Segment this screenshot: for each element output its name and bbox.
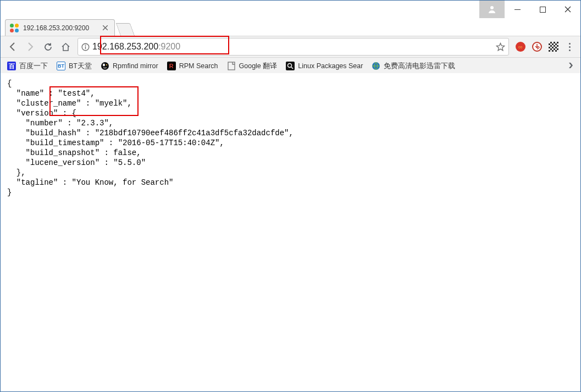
json-response: { "name" : "test4", "cluster_name" : "my… xyxy=(1,73,580,203)
reload-button[interactable] xyxy=(39,38,57,56)
adblock-icon xyxy=(532,42,542,52)
bookmark-label: 百度一下 xyxy=(19,62,48,71)
page-content: { "name" : "test4", "cluster_name" : "my… xyxy=(1,73,580,391)
bookmark-label: 免费高清电影迅雷下载 xyxy=(384,62,455,71)
bookmark-icon xyxy=(101,62,109,70)
home-button[interactable] xyxy=(57,38,74,56)
svg-line-15 xyxy=(291,67,293,69)
url-text: 192.168.253.200:9200 xyxy=(92,42,492,52)
back-arrow-icon xyxy=(8,42,18,52)
json-version-number: 2.3.3 xyxy=(81,119,104,128)
forward-arrow-icon xyxy=(25,42,35,52)
star-icon xyxy=(496,42,505,52)
bookmark-label: BT天堂 xyxy=(69,62,92,71)
info-icon xyxy=(81,43,90,51)
bookmark-icon: BT xyxy=(57,62,65,70)
bookmark-item[interactable]: Linux Packages Sear xyxy=(281,59,367,73)
bookmark-icon: R xyxy=(167,62,176,70)
svg-rect-13 xyxy=(228,62,235,70)
forward-button[interactable] xyxy=(21,38,39,56)
close-icon xyxy=(565,6,571,13)
svg-point-14 xyxy=(288,64,292,68)
close-icon xyxy=(103,25,108,30)
reload-icon xyxy=(43,42,53,52)
url-host: 192.168.253.200 xyxy=(92,42,158,51)
svg-point-12 xyxy=(106,64,107,65)
minimize-button[interactable] xyxy=(505,1,530,18)
bookmark-label: Google 翻译 xyxy=(239,62,278,71)
json-cluster-name-value: myelk xyxy=(99,99,123,108)
bookmark-item[interactable]: 免费高清电影迅雷下载 xyxy=(367,59,460,73)
site-info-button[interactable] xyxy=(78,43,92,51)
flag-icon xyxy=(549,42,558,52)
bookmark-item[interactable]: RRPM Search xyxy=(163,59,223,73)
bookmark-icon: 百 xyxy=(7,62,16,70)
json-lucene-version: 5.5.0 xyxy=(118,158,141,167)
bookmarks-bar: 百百度一下 BTBT天堂 Rpmfind mirror RRPM Search … xyxy=(1,58,580,75)
tab-close-button[interactable] xyxy=(101,24,109,32)
user-icon xyxy=(488,5,496,14)
chevron-right-icon xyxy=(567,62,574,69)
bookmark-label: Rpmfind mirror xyxy=(113,62,158,70)
tab-favicon xyxy=(10,24,19,32)
extension-icon: ∞ xyxy=(516,42,525,52)
svg-rect-2 xyxy=(540,7,545,12)
browser-tab[interactable]: 192.168.253.200:9200 xyxy=(5,19,115,36)
svg-point-10 xyxy=(101,62,109,70)
svg-point-8 xyxy=(85,45,86,46)
maximize-icon xyxy=(540,7,546,13)
bookmarks-overflow-button[interactable] xyxy=(563,62,578,70)
svg-rect-9 xyxy=(85,46,85,49)
extension-button-1[interactable]: ∞ xyxy=(513,39,528,54)
svg-point-0 xyxy=(490,6,494,9)
window-titlebar xyxy=(1,1,580,18)
home-icon xyxy=(61,42,70,52)
minimize-icon xyxy=(514,7,521,13)
extension-button-3[interactable] xyxy=(546,39,561,54)
bookmark-icon xyxy=(286,62,295,70)
svg-point-11 xyxy=(103,63,105,66)
json-build-hash: 218bdf10790eef486ff2c41a3df5cfa32dadcfde xyxy=(99,129,284,137)
bookmark-item[interactable]: Rpmfind mirror xyxy=(96,59,163,73)
back-button[interactable] xyxy=(4,38,21,56)
browser-toolbar: 192.168.253.200:9200 ∞ xyxy=(1,36,580,58)
bookmark-icon xyxy=(227,62,236,70)
user-profile-button[interactable] xyxy=(479,1,505,18)
bookmark-star-button[interactable] xyxy=(492,42,508,52)
extension-button-2[interactable] xyxy=(529,39,545,54)
bookmark-label: RPM Search xyxy=(179,62,218,70)
close-window-button[interactable] xyxy=(555,1,580,18)
bookmark-label: Linux Packages Sear xyxy=(298,62,363,70)
bookmark-item[interactable]: 百百度一下 xyxy=(3,59,52,73)
json-tagline: You Know, for Search xyxy=(76,178,169,187)
tab-strip: 192.168.253.200:9200 xyxy=(1,18,580,36)
bookmark-item[interactable]: BTBT天堂 xyxy=(52,59,96,73)
url-port: :9200 xyxy=(158,42,180,51)
new-tab-button[interactable] xyxy=(116,23,135,36)
tab-title: 192.168.253.200:9200 xyxy=(23,24,98,32)
json-build-snapshot: false xyxy=(113,148,136,157)
json-build-timestamp: 2016-05-17T15:40:04Z xyxy=(123,139,215,147)
bookmark-item[interactable]: Google 翻译 xyxy=(223,59,282,73)
address-bar[interactable]: 192.168.253.200:9200 xyxy=(78,38,509,56)
maximize-button[interactable] xyxy=(530,1,555,18)
browser-window: 192.168.253.200:9200 192.168.253.200:920… xyxy=(0,0,581,392)
browser-menu-button[interactable] xyxy=(562,43,577,51)
json-name-value: test4 xyxy=(63,89,86,98)
bookmark-icon xyxy=(372,62,380,70)
